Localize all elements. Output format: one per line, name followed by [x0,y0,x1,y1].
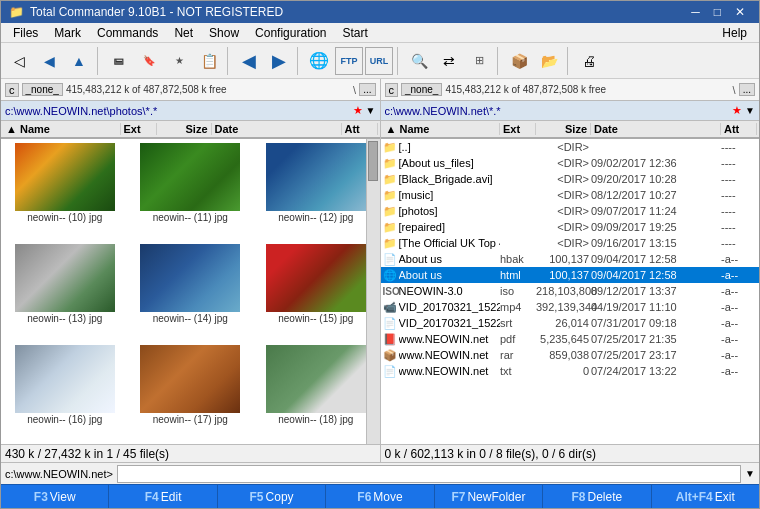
file-row-music[interactable]: 📁 [music] <DIR> 08/12/2017 10:27 ---- [381,187,760,203]
menu-net[interactable]: Net [166,25,201,41]
hotlist-button[interactable]: ★ [165,47,193,75]
file-name-hbak: About us [399,253,501,265]
left-col-size[interactable]: Size [157,123,212,135]
file-row-top40[interactable]: 📁 [The Official UK Top 40 Single..] <DIR… [381,235,760,251]
command-input[interactable] [117,465,741,483]
left-col-name[interactable]: ▲ Name [3,123,121,135]
thumb-item-11[interactable]: neowin-- (11) jpg [129,141,253,240]
ftp-button[interactable]: FTP [335,47,363,75]
altf4-key[interactable]: Alt+F4 Exit [652,485,759,508]
right-drive-more[interactable]: ... [739,83,755,96]
right-path-arrow[interactable]: ▼ [745,105,755,116]
thumb-item-13[interactable]: neowin-- (13) jpg [3,242,127,341]
menu-start[interactable]: Start [334,25,375,41]
unpack-button[interactable]: 📂 [535,47,563,75]
file-row-about-us-files[interactable]: 📁 [About us_files] <DIR> 09/02/2017 12:3… [381,155,760,171]
thumb-item-17[interactable]: neowin-- (17) jpg [129,343,253,442]
folder-att-5: ---- [721,221,757,233]
right-col-name[interactable]: ▲ Name [383,123,501,135]
left-scroll-thumb[interactable] [368,141,378,181]
left-drive-none[interactable]: _none_ [22,83,63,96]
left-panel-button[interactable]: ◀ [235,47,263,75]
file-row-black-brigade[interactable]: 📁 [Black_Brigade.avi] <DIR> 09/20/2017 1… [381,171,760,187]
folder-icon-2: 📁 [383,173,399,186]
right-panel: ▲ Name Ext Size Date Att 📁 [..] <DIR> --… [381,121,760,444]
menu-help[interactable]: Help [714,25,755,41]
file-icon-rar: 📦 [383,349,399,362]
file-row-iso[interactable]: ISO NEOWIN-3.0 iso 218,103,808 09/12/201… [381,283,760,299]
file-ext-mp4: mp4 [500,301,536,313]
file-row-photos[interactable]: 📁 [photos] <DIR> 09/07/2017 11:24 ---- [381,203,760,219]
right-col-size[interactable]: Size [536,123,591,135]
url-button[interactable]: URL [365,47,393,75]
right-col-date[interactable]: Date [591,123,721,135]
menu-commands[interactable]: Commands [89,25,166,41]
file-date-hbak: 09/04/2017 12:58 [591,253,721,265]
file-row-txt[interactable]: 📄 www.NEOWIN.net txt 0 07/24/2017 13:22 … [381,363,760,379]
search-button[interactable]: 🔍 [405,47,433,75]
cmd-label: c:\www.NEOWIN.net> [5,468,113,480]
file-size-html: 100,137 [536,269,591,281]
file-row-pdf[interactable]: 📕 www.NEOWIN.net pdf 5,235,645 07/25/201… [381,331,760,347]
file-att-srt: -a-- [721,317,757,329]
thumb-item-18[interactable]: neowin-- (18) jpg [254,343,378,442]
file-row-about-hbak[interactable]: 📄 About us hbak 100,137 09/04/2017 12:58… [381,251,760,267]
left-col-header: ▲ Name Ext Size Date Att [1,121,380,139]
right-panel-button[interactable]: ▶ [265,47,293,75]
thumb-item-16[interactable]: neowin-- (16) jpg [3,343,127,442]
f5-key[interactable]: F5 Copy [218,485,326,508]
f6-key[interactable]: F6 Move [326,485,434,508]
f8-key[interactable]: F8 Delete [543,485,651,508]
maximize-button[interactable]: □ [708,5,727,19]
bookmarks-button[interactable]: 🔖 [135,47,163,75]
file-att-iso: -a-- [721,285,757,297]
right-col-att[interactable]: Att [721,123,757,135]
right-drive-none[interactable]: _none_ [401,83,442,96]
file-row-repaired[interactable]: 📁 [repaired] <DIR> 09/09/2017 19:25 ---- [381,219,760,235]
menu-configuration[interactable]: Configuration [247,25,334,41]
forward-button[interactable]: ◀ [35,47,63,75]
menu-files[interactable]: Files [5,25,46,41]
left-col-att[interactable]: Att [342,123,378,135]
right-col-ext[interactable]: Ext [500,123,536,135]
file-row-vid-mp4[interactable]: 📹 VID_20170321_152213 mp4 392,139,344 04… [381,299,760,315]
file-row-vid-srt[interactable]: 📄 VID_20170321_152213 srt 26,014 07/31/2… [381,315,760,331]
thumb-item-12[interactable]: neowin-- (12) jpg [254,141,378,240]
file-row-about-html[interactable]: 🌐 About us html 100,137 09/04/2017 12:58… [381,267,760,283]
thumb-item-14[interactable]: neowin-- (14) jpg [129,242,253,341]
menu-show[interactable]: Show [201,25,247,41]
thumb-item-15[interactable]: neowin-- (15) jpg [254,242,378,341]
sync-button[interactable]: ⇄ [435,47,463,75]
thumb-item-10[interactable]: neowin-- (10) jpg [3,141,127,240]
left-col-date[interactable]: Date [212,123,342,135]
print-button[interactable]: 🖨 [575,47,603,75]
copy-names-button[interactable]: 📋 [195,47,223,75]
pack-button[interactable]: 📦 [505,47,533,75]
f6-label: Move [373,490,402,504]
file-ext-iso: iso [500,285,536,297]
left-drive-more[interactable]: ... [359,83,375,96]
minimize-button[interactable]: ─ [685,5,706,19]
left-col-ext[interactable]: Ext [121,123,157,135]
folder-att-1: ---- [721,157,757,169]
f3-key[interactable]: F3 View [1,485,109,508]
f7-key[interactable]: F7 NewFolder [435,485,543,508]
cmd-dropdown-arrow[interactable]: ▼ [745,468,755,479]
net-drives-button[interactable]: 🌐 [305,47,333,75]
menu-mark[interactable]: Mark [46,25,89,41]
file-row-parent[interactable]: 📁 [..] <DIR> ---- [381,139,760,155]
left-drive-letter[interactable]: c [5,83,19,97]
back-button[interactable]: ◁ [5,47,33,75]
left-path-arrow[interactable]: ▼ [366,105,376,116]
left-path-star[interactable]: ★ [353,104,363,117]
multi-rename-button[interactable]: ⊞ [465,47,493,75]
right-drive-letter[interactable]: c [385,83,399,97]
thumbnail-grid: neowin-- (10) jpg neowin-- (11) jpg neow… [1,139,380,444]
close-button[interactable]: ✕ [729,5,751,19]
right-path-star[interactable]: ★ [732,104,742,117]
file-row-rar[interactable]: 📦 www.NEOWIN.net rar 859,038 07/25/2017 … [381,347,760,363]
left-panel: ▲ Name Ext Size Date Att neowin-- (10) j… [1,121,381,444]
up-button[interactable]: ▲ [65,47,93,75]
drive-icons-button[interactable]: 🖴 [105,47,133,75]
f4-key[interactable]: F4 Edit [109,485,217,508]
